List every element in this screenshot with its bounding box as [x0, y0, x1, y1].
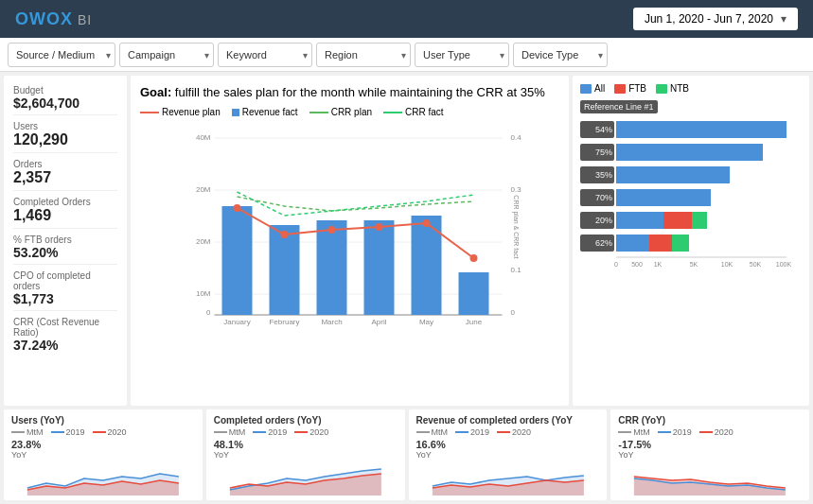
users-yoy-metric: 23.8%	[11, 439, 195, 450]
filter-source-medium[interactable]: Source / Medium	[8, 43, 115, 67]
users-legend-2019: 2019	[51, 427, 85, 437]
co-legend-mtm: MtM	[214, 427, 246, 437]
users-legend-mtm: MtM	[11, 427, 44, 437]
svg-point-21	[234, 204, 241, 212]
svg-text:20M: 20M	[196, 185, 211, 194]
svg-point-26	[470, 254, 478, 262]
svg-rect-20	[459, 272, 489, 315]
kpi-crr: CRR (Cost Revenue Ratio) 37.24%	[13, 313, 117, 356]
legend-crr-plan: CRR plan	[309, 107, 372, 117]
2019-line-icon	[51, 431, 64, 433]
svg-text:40M: 40M	[196, 133, 211, 142]
region-select[interactable]: Region	[316, 43, 411, 67]
user-type-select[interactable]: User Type	[415, 43, 509, 67]
logo-owox: OWOX	[15, 9, 73, 28]
svg-text:75%: 75%	[595, 148, 612, 157]
revenue-plan-line-icon	[140, 112, 159, 113]
svg-rect-47	[692, 212, 707, 229]
co-legend-2019: 2019	[253, 427, 287, 437]
legend-revenue-fact: Revenue fact	[232, 107, 298, 117]
svg-text:54%: 54%	[595, 125, 612, 134]
svg-text:10K: 10K	[721, 261, 733, 268]
revenue-fact-bar-icon	[232, 109, 239, 116]
users-mini-svg	[11, 460, 195, 495]
kpi-orders-label: Orders	[13, 159, 117, 169]
svg-text:March: March	[321, 318, 342, 326]
co-mtm-icon	[214, 431, 227, 433]
svg-rect-39	[616, 166, 730, 183]
bar-chart-legend: All FTB NTB	[580, 83, 802, 94]
svg-text:0.4: 0.4	[511, 133, 522, 142]
rev-2019-label: 2019	[470, 427, 489, 437]
ntb-legend-box	[656, 84, 667, 94]
completed-orders-yoy-panel: Completed orders (YoY) MtM 2019 2020 48.…	[206, 409, 405, 500]
chart-goal-text: Goal: fulfill the sales plan for the mon…	[140, 85, 559, 99]
kpi-panel: Budget $2,604,700 Users 120,290 Orders 2…	[4, 76, 127, 406]
svg-text:January: January	[223, 318, 250, 326]
kpi-orders: Orders 2,357	[13, 155, 117, 191]
revenue-yoy-metric: 16.6%	[416, 439, 600, 450]
legend-ntb: NTB	[656, 83, 689, 94]
rev-mtm-label: MtM	[432, 427, 449, 437]
crr-2020-icon	[699, 431, 713, 433]
filter-user-type[interactable]: User Type	[415, 43, 509, 67]
crr-yoy-legend: MtM 2019 2020	[618, 427, 802, 437]
svg-text:1K: 1K	[654, 261, 663, 268]
all-legend-box	[580, 84, 592, 94]
svg-text:0: 0	[614, 261, 618, 268]
date-range-value: Jun 1, 2020 - Jun 7, 2020	[645, 12, 773, 26]
source-medium-select[interactable]: Source / Medium	[8, 43, 115, 67]
svg-rect-15	[222, 206, 253, 315]
campaign-select[interactable]: Campaign	[119, 43, 214, 67]
crr-legend-2020: 2020	[699, 427, 733, 437]
svg-rect-36	[616, 144, 763, 161]
device-type-select[interactable]: Device Type	[513, 43, 608, 67]
date-range-picker[interactable]: Jun 1, 2020 - Jun 7, 2020 ▾	[633, 8, 798, 30]
mtm-line-icon	[11, 431, 25, 433]
legend-ftb: FTB	[614, 83, 646, 94]
co-2019-label: 2019	[268, 427, 287, 437]
filter-bar: Source / Medium Campaign Keyword Region …	[0, 38, 813, 72]
legend-revenue-plan-label: Revenue plan	[162, 107, 221, 117]
kpi-completed-orders-value: 1,469	[13, 207, 117, 224]
svg-text:May: May	[419, 318, 433, 326]
svg-text:February: February	[269, 318, 299, 326]
legend-crr-fact-label: CRR fact	[405, 107, 444, 117]
revenue-svg-chart: 40M 20M 20M 10M 0 0.4 0.3 0.1 0 CRR plan…	[140, 121, 559, 329]
completed-orders-title: Completed orders (YoY)	[214, 415, 398, 426]
svg-text:0.3: 0.3	[511, 185, 522, 194]
crr-legend-2019: 2019	[658, 427, 692, 437]
legend-all: All	[580, 83, 605, 94]
svg-text:500: 500	[631, 261, 643, 268]
svg-text:5K: 5K	[690, 261, 698, 268]
app-logo: OWOX BI	[15, 9, 92, 29]
svg-rect-45	[616, 212, 663, 229]
filter-campaign[interactable]: Campaign	[119, 43, 214, 67]
chevron-down-icon: ▾	[781, 12, 786, 26]
kpi-ftb-orders: % FTB orders 53.20%	[13, 231, 117, 265]
logo-bi: BI	[73, 12, 92, 27]
revenue-yoy-legend: MtM 2019 2020	[416, 427, 600, 437]
kpi-budget-value: $2,604,700	[13, 96, 117, 111]
kpi-users-label: Users	[13, 121, 117, 131]
rev-2020-icon	[497, 431, 510, 433]
co-2020-label: 2020	[309, 427, 328, 437]
users-yoy-legend: MtM 2019 2020	[11, 427, 195, 437]
svg-rect-46	[663, 212, 692, 229]
svg-rect-51	[649, 235, 672, 252]
ntb-legend-label: NTB	[670, 83, 689, 94]
filter-keyword[interactable]: Keyword	[218, 43, 312, 67]
keyword-select[interactable]: Keyword	[218, 43, 312, 67]
crr-2019-label: 2019	[673, 427, 692, 437]
crr-yoy-title: CRR (YoY)	[618, 415, 802, 426]
svg-point-24	[376, 223, 383, 231]
crr-yoy-metric: -17.5%	[618, 439, 802, 450]
svg-text:100K: 100K	[776, 261, 792, 268]
completed-orders-mini-svg	[214, 460, 398, 495]
users-yoy-title: Users (YoY)	[11, 415, 195, 426]
main-chart-area: 40M 20M 20M 10M 0 0.4 0.3 0.1 0 CRR plan…	[140, 121, 559, 329]
svg-point-22	[281, 231, 289, 238]
goal-rest: fulfill the sales plan for the month whi…	[171, 85, 545, 99]
filter-device-type[interactable]: Device Type	[513, 43, 608, 67]
filter-region[interactable]: Region	[316, 43, 411, 67]
